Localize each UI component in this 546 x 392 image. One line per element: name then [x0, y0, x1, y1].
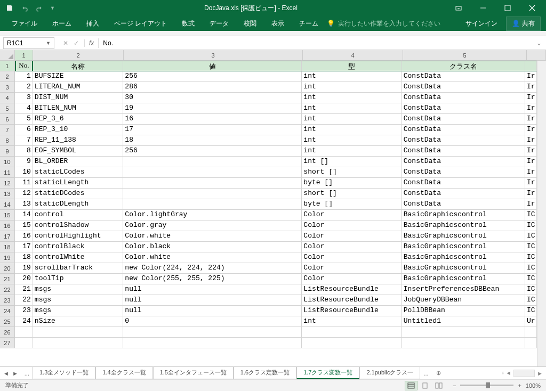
ribbon-options-icon[interactable] — [447, 0, 470, 16]
cell-class[interactable]: ConstData — [402, 146, 525, 157]
row-header[interactable]: 3 — [0, 82, 15, 93]
col-header[interactable]: 1 — [15, 50, 33, 61]
cell-name[interactable]: controlWhite — [33, 252, 124, 263]
close-button[interactable] — [520, 0, 544, 16]
cell-no[interactable]: 3 — [15, 93, 33, 103]
cell-value[interactable]: Color.white — [123, 252, 302, 263]
cell-class[interactable]: ConstData — [402, 125, 525, 135]
cell-class[interactable]: ConstData — [402, 71, 525, 82]
cell-name[interactable]: DIST_NUM — [33, 93, 124, 103]
cell[interactable] — [123, 338, 302, 348]
name-box-dropdown-icon[interactable]: ▼ — [46, 40, 51, 46]
maximize-button[interactable] — [496, 0, 519, 16]
cell-value[interactable]: null — [123, 284, 302, 295]
cell-no[interactable]: 24 — [15, 316, 33, 327]
row-header[interactable]: 21 — [0, 274, 15, 284]
cell-type[interactable]: int — [302, 82, 402, 93]
cell-no[interactable]: 17 — [15, 242, 33, 252]
cell-type[interactable]: int — [302, 93, 402, 103]
signin-link[interactable]: サインイン — [459, 17, 504, 30]
cell-value[interactable]: 30 — [123, 93, 302, 103]
undo-icon[interactable] — [20, 4, 29, 12]
cell-name[interactable]: BL_ORDER — [33, 157, 124, 167]
cell-value[interactable]: 16 — [123, 114, 302, 125]
zoom-out-button[interactable]: − — [453, 382, 456, 389]
cell-class[interactable]: ConstData — [402, 103, 525, 114]
view-pagebreak-button[interactable] — [432, 381, 445, 390]
cell-type[interactable]: ListResourceBundle — [302, 295, 402, 306]
cell-class[interactable]: ConstData — [402, 135, 525, 146]
sheet-overflow-left[interactable]: ... — [21, 370, 33, 377]
cell-header-type[interactable]: 型 — [302, 61, 402, 71]
cell-type[interactable]: int — [302, 114, 402, 125]
cell-class[interactable]: ConstData — [402, 82, 525, 93]
tab-pagelayout[interactable]: ページ レイアウト — [108, 17, 173, 30]
cell[interactable] — [525, 327, 537, 338]
cell-value[interactable]: Color.black — [123, 242, 302, 252]
cell[interactable] — [402, 338, 525, 348]
cell-no[interactable]: 16 — [15, 231, 33, 242]
col-header[interactable]: 4 — [303, 50, 403, 61]
row-header[interactable]: 23 — [0, 295, 15, 306]
cell-type[interactable]: Color — [302, 220, 402, 231]
save-icon[interactable] — [5, 4, 14, 12]
cell-value[interactable]: 0 — [123, 316, 302, 327]
row-header[interactable]: 7 — [0, 125, 15, 135]
cell-no[interactable]: 2 — [15, 82, 33, 93]
cell[interactable]: IC — [525, 210, 537, 220]
cell-value[interactable]: Color.gray — [123, 220, 302, 231]
cell-class[interactable]: BasicGraphicscontrol — [402, 231, 525, 242]
cell[interactable]: Ir — [525, 146, 537, 157]
cell-class[interactable]: BasicGraphicscontrol — [402, 220, 525, 231]
row-header[interactable]: 24 — [0, 306, 15, 316]
tab-data[interactable]: データ — [203, 17, 235, 30]
cell-class[interactable]: InsertPreferencesDBBean — [402, 284, 525, 295]
tab-review[interactable]: 校閲 — [237, 17, 263, 30]
zoom-level[interactable]: 100% — [526, 382, 541, 389]
select-all-button[interactable] — [0, 50, 15, 61]
row-header[interactable]: 25 — [0, 316, 15, 327]
cell-name[interactable]: staticDLength — [33, 199, 124, 210]
cell-no[interactable]: 14 — [15, 210, 33, 220]
cell-value[interactable] — [123, 199, 302, 210]
cell[interactable]: Ir — [525, 82, 537, 93]
cell[interactable] — [33, 327, 124, 338]
tab-view[interactable]: 表示 — [265, 17, 291, 30]
cell-type[interactable]: short [] — [302, 167, 402, 178]
view-normal-button[interactable] — [405, 381, 417, 390]
cell-name[interactable]: controlHighlight — [33, 231, 124, 242]
cell-name[interactable]: msgs — [33, 284, 124, 295]
cell-value[interactable]: null — [123, 306, 302, 316]
cell-name[interactable]: staticLCodes — [33, 167, 124, 178]
cell-type[interactable]: Color — [302, 252, 402, 263]
cell-no[interactable]: 11 — [15, 178, 33, 189]
cell-no[interactable]: 1 — [15, 71, 33, 82]
cell-no[interactable]: 20 — [15, 274, 33, 284]
cell-value[interactable]: new Color(255, 255, 225) — [123, 274, 302, 284]
cell-header-value[interactable]: 値 — [123, 61, 302, 71]
row-header[interactable]: 8 — [0, 135, 15, 146]
cell[interactable]: Ir — [525, 125, 537, 135]
cell-value[interactable]: 286 — [123, 82, 302, 93]
cell[interactable]: Ir — [525, 93, 537, 103]
row-header[interactable]: 4 — [0, 93, 15, 103]
cell-class[interactable]: ConstData — [402, 93, 525, 103]
row-header[interactable]: 12 — [0, 178, 15, 189]
cell-class[interactable]: BasicGraphicscontrol — [402, 274, 525, 284]
cell-name[interactable]: LITERAL_NUM — [33, 82, 124, 93]
cell-no[interactable]: 13 — [15, 199, 33, 210]
col-header[interactable] — [527, 50, 546, 61]
row-header[interactable]: 20 — [0, 263, 15, 274]
cell-class[interactable]: Untitled1 — [402, 316, 525, 327]
cell-class[interactable]: ConstData — [402, 157, 525, 167]
zoom-slider[interactable] — [460, 385, 513, 386]
cell-type[interactable]: int — [302, 146, 402, 157]
cell-no[interactable]: 12 — [15, 189, 33, 199]
col-header[interactable]: 5 — [403, 50, 527, 61]
cell-type[interactable]: int [] — [302, 157, 402, 167]
row-header[interactable]: 27 — [0, 338, 15, 348]
cell-no[interactable]: 10 — [15, 167, 33, 178]
cell[interactable]: IC — [525, 242, 537, 252]
cell[interactable] — [402, 327, 525, 338]
row-header[interactable]: 10 — [0, 157, 15, 167]
